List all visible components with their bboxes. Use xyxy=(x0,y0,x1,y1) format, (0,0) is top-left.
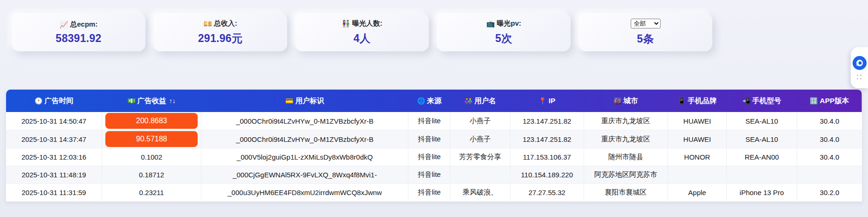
revenue-highlight-badge: 200.8683 xyxy=(105,113,198,129)
sort-arrows-icon[interactable]: ↑↓ xyxy=(169,97,176,105)
users-icon: 👫 xyxy=(464,98,472,104)
table-row: 2025-10-31 11:48:190.18712_000CjGgEWNAl5… xyxy=(6,166,862,184)
cell-time: 2025-10-31 11:31:59 xyxy=(6,184,102,202)
drag-handle-icon[interactable] xyxy=(857,75,862,80)
cell-model: REA-AN00 xyxy=(727,148,797,166)
cell-revenue: 200.8683 xyxy=(102,112,201,130)
cell-model: SEA-AL10 xyxy=(727,112,797,130)
phone-icon: 📱 xyxy=(678,98,686,104)
city-icon: 🌆 xyxy=(613,98,621,104)
col-label-brand: 手机品牌 xyxy=(688,96,716,106)
cell-app_version: 30.4.0 xyxy=(797,112,862,130)
stat-label-row: 👫曝光人数: xyxy=(342,19,383,28)
col-header-source: 🌐来源 xyxy=(408,90,450,112)
stat-value: 4人 xyxy=(353,31,370,46)
col-label-username: 用户名 xyxy=(475,96,496,106)
stat-label: 总ecpm: xyxy=(70,20,97,29)
clock-icon: 🕐 xyxy=(34,98,42,104)
cell-city: 重庆市九龙坡区 xyxy=(584,112,668,130)
floating-widget[interactable] xyxy=(851,47,868,88)
col-header-model: 📲手机型号 xyxy=(727,90,797,112)
ads-data-table: 🕐广告时间💵广告收益↑↓💳用户标识🌐来源👫用户名📍IP🌆城市📱手机品牌📲手机型号… xyxy=(6,90,862,202)
table-row: 2025-10-31 11:31:590.23211_000u3UyHM6EE4… xyxy=(6,184,862,202)
pin-icon: 📍 xyxy=(538,98,546,104)
cell-time: 2025-10-31 12:03:16 xyxy=(6,148,102,166)
cell-time: 2025-10-31 14:37:47 xyxy=(6,130,102,148)
col-label-user_id: 用户标识 xyxy=(295,96,324,106)
cell-brand: Apple xyxy=(668,184,727,202)
stat-card-1: 💴总收入:291.96元 xyxy=(153,13,287,51)
globe-icon: 🌐 xyxy=(417,98,425,104)
cell-model: SEA-AL10 xyxy=(727,130,797,148)
table-body: 2025-10-31 14:50:47200.8683_000OChr0i9t4… xyxy=(6,112,862,202)
cell-ip: 27.27.55.32 xyxy=(510,184,584,202)
table-row: 2025-10-31 14:37:4790.57188_000OChr0i9t4… xyxy=(6,130,862,148)
cell-city: 随州市随县 xyxy=(584,148,668,166)
cell-username: 小燕子 xyxy=(450,130,510,148)
table-header: 🕐广告时间💵广告收益↑↓💳用户标识🌐来源👫用户名📍IP🌆城市📱手机品牌📲手机型号… xyxy=(6,90,862,112)
money-icon: 💵 xyxy=(127,98,135,104)
col-header-username: 👫用户名 xyxy=(450,90,510,112)
people-icon: 👫 xyxy=(342,20,351,27)
chat-bubble-icon xyxy=(855,58,864,68)
stat-label-row: 💴总收入: xyxy=(203,19,237,28)
stat-label-row: 📺曝光pv: xyxy=(486,19,521,28)
stat-label: 曝光pv: xyxy=(497,19,522,28)
cell-username: 小燕子 xyxy=(450,112,510,130)
banknote-icon: 💴 xyxy=(203,20,212,27)
stat-label: 曝光人数: xyxy=(352,19,382,28)
revenue-highlight-badge: 90.57188 xyxy=(105,131,198,147)
cell-source: 抖音lite xyxy=(408,112,450,130)
col-header-revenue[interactable]: 💵广告收益↑↓ xyxy=(102,90,201,112)
cell-brand xyxy=(668,166,727,184)
cell-city: 阿克苏地区阿克苏市 xyxy=(584,166,668,184)
cell-source: 抖音lite xyxy=(408,130,450,148)
col-header-brand: 📱手机品牌 xyxy=(668,90,727,112)
phone-model-icon: 📲 xyxy=(742,98,750,104)
cell-revenue: 0.23211 xyxy=(102,184,201,202)
numbers-icon: 🔢 xyxy=(810,98,818,104)
cell-time: 2025-10-31 14:50:47 xyxy=(6,112,102,130)
table-header-row: 🕐广告时间💵广告收益↑↓💳用户标识🌐来源👫用户名📍IP🌆城市📱手机品牌📲手机型号… xyxy=(6,90,862,112)
stat-card-3: 📺曝光pv:5次 xyxy=(437,13,571,51)
table-row: 2025-10-31 12:03:160.1002_000V5loj2guiGp… xyxy=(6,148,862,166)
chart-up-icon: 📈 xyxy=(60,21,69,28)
col-label-source: 来源 xyxy=(427,96,441,106)
cell-user_id: _000CjGgEWNAl5RX-9FvLXQ_8Wxq4f8Mvi1- xyxy=(201,166,408,184)
stat-card-filter: 全部5条 xyxy=(579,13,712,51)
table-row: 2025-10-31 14:50:47200.8683_000OChr0i9t4… xyxy=(6,112,862,130)
cell-source: 抖音lite xyxy=(408,148,450,166)
cell-ip: 117.153.106.37 xyxy=(510,148,584,166)
filter-select[interactable]: 全部 xyxy=(631,19,661,28)
ads-table-wrap: 🕐广告时间💵广告收益↑↓💳用户标识🌐来源👫用户名📍IP🌆城市📱手机品牌📲手机型号… xyxy=(6,90,862,202)
stat-label-row: 📈总ecpm: xyxy=(60,20,98,29)
col-label-time: 广告时间 xyxy=(45,96,74,106)
cell-time: 2025-10-31 11:48:19 xyxy=(6,166,102,184)
cell-source: 抖音lite xyxy=(408,166,450,184)
col-label-city: 城市 xyxy=(623,96,638,106)
cell-user_id: _000V5loj2guiGp1L-zXMiLsDy8xWb8r0dkQ xyxy=(201,148,408,166)
stat-card-0: 📈总ecpm:58391.92 xyxy=(12,13,145,51)
cell-ip: 110.154.189.220 xyxy=(510,166,584,184)
cell-user_id: _000u3UyHM6EE4FD8xmU2irrdwmWCQ8xJwnw xyxy=(201,184,408,202)
cell-city: 襄阳市襄城区 xyxy=(584,184,668,202)
id-card-icon: 💳 xyxy=(285,98,293,104)
cell-ip: 123.147.251.82 xyxy=(510,130,584,148)
stat-label: 总收入: xyxy=(214,19,237,28)
stats-row: 📈总ecpm:58391.92💴总收入:291.96元👫曝光人数:4人📺曝光pv… xyxy=(0,0,868,51)
stat-card-2: 👫曝光人数:4人 xyxy=(295,13,429,51)
cell-revenue: 0.18712 xyxy=(102,166,201,184)
cell-brand: HUAWEI xyxy=(668,112,727,130)
cell-user_id: _000OChr0i9t4LZvHYw_0-M1ZVBzbcfyXr-B xyxy=(201,130,408,148)
col-label-revenue: 广告收益 xyxy=(138,96,166,106)
stat-value: 58391.92 xyxy=(55,32,101,45)
cell-app_version xyxy=(797,166,862,184)
cell-city: 重庆市九龙坡区 xyxy=(584,130,668,148)
cell-user_id: _000OChr0i9t4LZvHYw_0-M1ZVBzbcfyXr-B xyxy=(201,112,408,130)
cell-revenue: 90.57188 xyxy=(102,130,201,148)
col-label-ip: IP xyxy=(549,97,556,105)
col-label-model: 手机型号 xyxy=(752,96,781,106)
stat-value: 5条 xyxy=(637,32,654,46)
assistant-button[interactable] xyxy=(853,56,867,70)
col-header-app_version: 🔢APP版本 xyxy=(797,90,862,112)
